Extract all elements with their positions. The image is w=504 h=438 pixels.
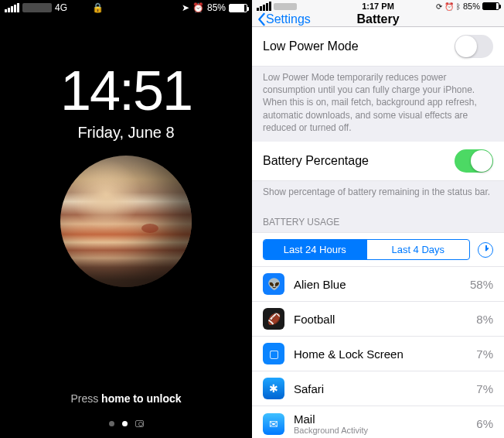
low-power-desc: Low Power Mode temporarily reduces power… [252,67,504,142]
battery-pct-row[interactable]: Battery Percentage [252,142,504,181]
app-icon: 🏈 [263,308,284,330]
page-dot[interactable] [109,421,114,426]
time-range-segment: Last 24 Hours Last 4 Days [252,232,504,267]
rotation-lock-icon: ⟳ [436,2,442,11]
clock-icon[interactable] [478,242,493,258]
segment-24h[interactable]: Last 24 Hours [264,240,366,259]
settings-screen: 1:17 PM ⟳ ⏰ ᛒ 85% Settings Battery Low P… [252,0,504,438]
clock-time: 14:51 [0,59,252,122]
usage-row[interactable]: 🏈Football8% [252,302,504,337]
clock-date: Friday, June 8 [0,124,252,142]
page-title: Battery [252,12,504,26]
signal-icon [5,3,19,12]
battery-icon [482,2,499,10]
app-name: Home & Lock Screen [294,347,476,361]
app-icon: ✱ [263,378,284,399]
segment-4d[interactable]: Last 4 Days [366,240,470,259]
battery-pct: 85% [463,2,480,11]
nav-bar: Settings Battery [252,12,504,27]
status-time: 1:17 PM [338,2,419,11]
usage-row[interactable]: ✉MailBackground Activity6% [252,406,504,438]
low-power-row[interactable]: Low Power Mode [252,27,504,67]
app-subtitle: Background Activity [294,426,476,435]
lock-screen: 4G 🔒 ➤ ⏰ 85% 14:51 Friday, June 8 Press … [0,0,252,438]
app-pct: 6% [476,417,493,430]
app-pct: 58% [470,278,493,291]
app-name: Mail [294,412,476,426]
app-icon: ✉ [263,413,284,435]
network-label: 4G [55,2,67,13]
usage-row[interactable]: ✱Safari7% [252,371,504,406]
page-dots[interactable] [0,420,252,427]
page-dot[interactable] [122,421,128,426]
battery-pct-label: Battery Percentage [263,154,455,168]
app-icon: ▢ [263,343,284,364]
lock-icon: 🔒 [92,2,104,13]
app-pct: 7% [476,382,493,395]
bluetooth-icon: ᛒ [456,2,461,11]
wallpaper-planet [60,156,192,287]
battery-pct: 85% [207,2,226,13]
carrier-label [274,3,297,10]
app-pct: 8% [476,313,493,326]
status-bar: 1:17 PM ⟳ ⏰ ᛒ 85% [252,0,504,12]
app-pct: 7% [476,347,493,361]
app-name: Safari [294,382,476,395]
status-bar: 4G 🔒 ➤ ⏰ 85% [0,0,252,15]
alarm-icon: ⏰ [444,2,454,11]
app-name: Football [294,313,476,326]
alarm-icon: ⏰ [192,2,204,13]
usage-row[interactable]: ▢Home & Lock Screen7% [252,337,504,371]
app-name: Alien Blue [294,278,470,291]
camera-icon[interactable] [135,420,144,427]
battery-pct-toggle[interactable] [455,149,493,173]
usage-header: Battery Usage [252,206,504,232]
low-power-label: Low Power Mode [263,39,455,53]
battery-icon [229,4,247,12]
location-icon: ➤ [182,2,189,13]
unlock-hint[interactable]: Press home to unlock [0,392,252,405]
carrier-label [22,3,52,12]
app-icon: 👽 [263,273,284,295]
usage-list: 👽Alien Blue58%🏈Football8%▢Home & Lock Sc… [252,267,504,438]
low-power-toggle[interactable] [455,35,493,58]
battery-pct-desc: Show percentage of battery remaining in … [252,181,504,206]
signal-icon [257,2,271,11]
usage-row[interactable]: 👽Alien Blue58% [252,267,504,302]
